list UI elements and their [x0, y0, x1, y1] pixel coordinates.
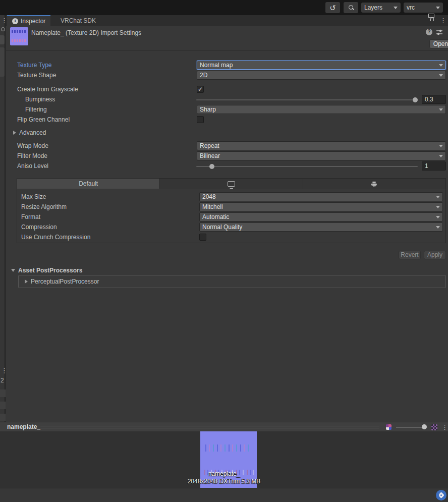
row-texture-shape: Texture Shape 2D [0, 71, 448, 80]
filter-mode-label: Filter Mode [17, 151, 47, 160]
layers-dropdown-label: Layers [364, 4, 390, 11]
monitor-icon [228, 181, 235, 187]
tab-vrchat-sdk[interactable]: VRChat SDK [55, 15, 101, 26]
preview-kebab-menu-icon[interactable] [441, 424, 448, 430]
kebab-menu-icon[interactable] [1, 17, 8, 24]
chevron-down-icon [436, 206, 440, 208]
asset-bundle-tag-icon[interactable] [436, 490, 446, 500]
search-button[interactable] [344, 2, 358, 13]
use-crunch-compression-checkbox[interactable] [199, 234, 206, 241]
resize-algorithm-value: Mitchell [202, 203, 436, 211]
chevron-down-icon [436, 226, 440, 229]
resize-algorithm-dropdown[interactable]: Mitchell [199, 202, 443, 211]
tab-platform-android[interactable] [303, 179, 445, 189]
texture-type-label: Texture Type [17, 61, 51, 70]
history-icon: ↺ [329, 4, 336, 12]
collab-history-button[interactable]: ↺ [325, 2, 340, 13]
row-format: Format Automatic [0, 212, 448, 221]
texture-shape-label: Texture Shape [17, 71, 56, 80]
tab-platform-default[interactable]: Default [17, 179, 160, 189]
alpha-checker-icon[interactable] [431, 424, 437, 430]
wrap-mode-dropdown[interactable]: Repeat [197, 141, 446, 150]
format-dropdown[interactable]: Automatic [199, 212, 443, 221]
list-item-sliver [0, 414, 6, 421]
apply-button[interactable]: Apply [424, 251, 446, 259]
tab-inspector[interactable]: Inspector [7, 15, 50, 26]
layers-dropdown[interactable]: Layers [361, 3, 401, 13]
flip-green-channel-checkbox[interactable] [197, 116, 204, 123]
texture-type-dropdown[interactable]: Normal map [197, 61, 446, 70]
create-from-grayscale-checkbox[interactable] [197, 86, 204, 93]
mip-level-slider-thumb[interactable] [422, 424, 427, 429]
row-flip-green-channel: Flip Green Channel [0, 115, 448, 124]
rgb-channels-icon[interactable] [386, 424, 391, 430]
chevron-down-icon [436, 7, 440, 9]
panel-button-sliver[interactable] [0, 35, 5, 44]
advanced-foldout[interactable]: Advanced [19, 128, 46, 137]
filter-mode-dropdown[interactable]: Bilinear [197, 151, 446, 160]
aniso-level-value-field[interactable]: 1 [422, 161, 446, 171]
bumpiness-slider[interactable] [196, 99, 418, 100]
inspector-tab-bar: Inspector VRChat SDK [0, 15, 448, 26]
foldout-collapsed-icon [13, 131, 16, 135]
wrap-mode-label: Wrap Mode [17, 141, 48, 150]
texture-shape-dropdown[interactable]: 2D [197, 71, 446, 80]
preview-overlay-info: 2048x2048 DXTnm 5.3 MB [0, 478, 448, 485]
panel-row-number: 2 [1, 377, 4, 384]
postprocessor-box: PerceptualPostProcessor [18, 275, 446, 288]
create-from-grayscale-label: Create from Grayscale [17, 85, 78, 94]
row-asset-postprocessors: Asset PostProcessors [0, 266, 448, 275]
list-item-sliver [0, 402, 6, 409]
max-size-value: 2048 [202, 193, 436, 201]
compression-value: Normal Quality [202, 223, 436, 231]
help-icon[interactable] [426, 29, 432, 35]
format-value: Automatic [202, 213, 436, 221]
preview-title: nameplate_ [7, 423, 40, 430]
android-icon [371, 181, 377, 187]
filtering-label: Filtering [25, 105, 47, 114]
chevron-down-icon [439, 64, 443, 67]
row-actions: Revert Apply [0, 251, 448, 260]
max-size-dropdown[interactable]: 2048 [199, 192, 443, 201]
preview-drag-handle[interactable] [40, 426, 379, 428]
search-icon [348, 5, 354, 11]
asset-bundle-bar [0, 488, 448, 502]
asset-header: Nameplate_ (Texture 2D) Import Settings … [6, 26, 448, 51]
resize-algorithm-label: Resize Algorithm [21, 202, 67, 211]
row-filter-mode: Filter Mode Bilinear [0, 151, 448, 160]
compression-label: Compression [21, 222, 57, 232]
row-resize-algorithm: Resize Algorithm Mitchell [0, 202, 448, 211]
wrap-mode-value: Repeat [200, 142, 439, 150]
tab-platform-standalone[interactable] [160, 179, 303, 189]
row-aniso-level: Aniso Level 1 [0, 161, 448, 171]
flip-green-channel-label: Flip Green Channel [17, 115, 70, 124]
compression-dropdown[interactable]: Normal Quality [199, 222, 443, 232]
row-max-size: Max Size 2048 [0, 192, 448, 201]
aniso-level-slider-thumb[interactable] [209, 164, 214, 169]
thumbnail-detail [12, 39, 26, 42]
filtering-value: Sharp [200, 105, 439, 114]
foldout-collapsed-icon [25, 280, 28, 284]
kebab-menu-icon[interactable] [1, 367, 8, 374]
layout-dropdown[interactable]: vrc [404, 3, 443, 13]
presets-icon[interactable] [436, 29, 443, 36]
texture-preview-area: nameplate_ 2048x2048 DXTnm 5.3 MB [0, 431, 448, 488]
aniso-level-slider[interactable] [196, 166, 418, 167]
platform-tab-strip: Default [17, 178, 446, 189]
bumpiness-slider-thumb[interactable] [413, 97, 418, 102]
texture-type-value: Normal map [200, 61, 439, 69]
texture-shape-value: 2D [200, 71, 439, 79]
use-crunch-compression-label: Use Crunch Compression [21, 233, 90, 242]
bumpiness-value-field[interactable]: 0.3 [422, 95, 446, 104]
revert-button[interactable]: Revert [399, 251, 421, 259]
vrchat-sdk-tab-label: VRChat SDK [61, 17, 96, 24]
chevron-down-icon [436, 196, 440, 198]
chevron-down-icon [439, 108, 443, 111]
filtering-dropdown[interactable]: Sharp [197, 105, 446, 114]
bumpiness-label: Bumpiness [25, 95, 55, 104]
perceptual-postprocessor-item[interactable]: PerceptualPostProcessor [31, 278, 99, 285]
tab-kebab-menu-icon[interactable] [440, 17, 446, 24]
info-icon [12, 18, 18, 24]
asset-postprocessors-header[interactable]: Asset PostProcessors [18, 266, 82, 275]
open-button[interactable]: Open [429, 39, 448, 48]
